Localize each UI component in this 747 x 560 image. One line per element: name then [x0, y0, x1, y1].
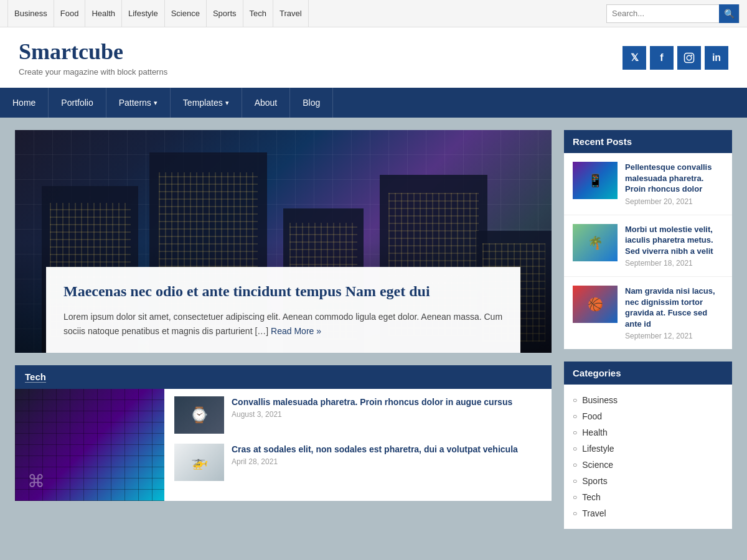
search-input[interactable] [607, 9, 719, 18]
category-item-tech: Tech [573, 489, 723, 505]
category-link-tech[interactable]: Tech [582, 492, 601, 502]
tech-article-title-0[interactable]: Convallis malesuada pharetra. Proin rhon… [232, 396, 512, 408]
nav-item-portfolio[interactable]: Portfolio [49, 88, 106, 118]
tech-section-header: Tech [15, 365, 552, 389]
tech-article-text-0: Convallis malesuada pharetra. Proin rhon… [232, 396, 512, 419]
social-icons: 𝕏 f in [622, 46, 728, 70]
linkedin-icon[interactable]: in [705, 46, 728, 70]
category-item-business: Business [573, 392, 723, 408]
chevron-down-icon: ▾ [154, 99, 157, 107]
recent-post-0: Pellentesque convallis malesuada pharetr… [564, 153, 732, 215]
top-categories: BusinessFoodHealthLifestyleScienceSports… [7, 0, 309, 27]
recent-post-date-0: September 20, 2021 [625, 197, 723, 206]
top-cat-sports[interactable]: Sports [207, 0, 243, 27]
header: Smartcube Create your magazine with bloc… [0, 27, 747, 88]
tech-thumb-drone [174, 444, 224, 481]
tech-header-link[interactable]: Tech [25, 371, 46, 383]
instagram-icon[interactable] [677, 46, 701, 70]
category-item-food: Food [573, 408, 723, 424]
recent-post-date-2: September 12, 2021 [625, 332, 723, 340]
category-item-lifestyle: Lifestyle [573, 441, 723, 457]
tech-content: Convallis malesuada pharetra. Proin rhon… [15, 389, 552, 501]
recent-post-text-1: Morbi ut molestie velit, iaculis pharetr… [625, 224, 723, 268]
top-cat-health[interactable]: Health [85, 0, 122, 27]
tech-article-date-1: April 28, 2021 [232, 457, 518, 466]
tech-featured-image [15, 389, 164, 501]
categories-list: BusinessFoodHealthLifestyleScienceSports… [564, 385, 732, 529]
hero-content: Maecenas nec odio et ante tincidunt temp… [46, 267, 520, 353]
recent-thumb-1 [573, 224, 618, 261]
svg-rect-0 [685, 53, 694, 62]
tech-article-text-1: Cras at sodales elit, non sodales est ph… [232, 444, 518, 466]
top-cat-tech[interactable]: Tech [243, 0, 273, 27]
top-cat-science[interactable]: Science [165, 0, 207, 27]
category-link-health[interactable]: Health [582, 427, 607, 437]
main-nav: HomePortfolioPatterns▾Templates▾AboutBlo… [0, 88, 747, 118]
nav-item-patterns[interactable]: Patterns▾ [106, 88, 171, 118]
recent-thumb-0 [573, 162, 618, 199]
site-branding: Smartcube Create your magazine with bloc… [19, 39, 167, 77]
main-content: Maecenas nec odio et ante tincidunt temp… [15, 130, 552, 541]
top-cat-travel[interactable]: Travel [273, 0, 309, 27]
recent-posts-box: Recent Posts Pellentesque convallis male… [564, 130, 732, 349]
search-button[interactable]: 🔍 [719, 4, 739, 23]
category-item-science: Science [573, 457, 723, 473]
hero-read-more-link[interactable]: Read More » [271, 326, 321, 336]
recent-post-text-0: Pellentesque convallis malesuada pharetr… [625, 162, 723, 206]
hero-article: Maecenas nec odio et ante tincidunt temp… [15, 130, 552, 353]
top-cat-lifestyle[interactable]: Lifestyle [122, 0, 165, 27]
category-link-lifestyle[interactable]: Lifestyle [582, 444, 614, 454]
tech-thumb-watch [174, 396, 224, 434]
tech-article-0: Convallis malesuada pharetra. Proin rhon… [174, 396, 542, 434]
category-link-science[interactable]: Science [582, 460, 613, 470]
category-item-sports: Sports [573, 473, 723, 489]
tech-article-title-1[interactable]: Cras at sodales elit, non sodales est ph… [232, 444, 518, 455]
recent-post-title-1[interactable]: Morbi ut molestie velit, iaculis pharetr… [625, 224, 723, 257]
tech-article-1: Cras at sodales elit, non sodales est ph… [174, 444, 542, 481]
category-link-travel[interactable]: Travel [582, 508, 606, 518]
nav-item-blog[interactable]: Blog [290, 88, 333, 118]
search-bar: 🔍 [606, 4, 740, 23]
recent-posts-list: Pellentesque convallis malesuada pharetr… [564, 153, 732, 349]
recent-post-title-0[interactable]: Pellentesque convallis malesuada pharetr… [625, 162, 723, 195]
recent-post-2: Nam gravida nisi lacus, nec dignissim to… [564, 277, 732, 349]
top-cat-business[interactable]: Business [7, 0, 54, 27]
hero-excerpt: Lorem ipsum dolor sit amet, consectetuer… [63, 310, 503, 338]
hero-title: Maecenas nec odio et ante tincidunt temp… [63, 282, 503, 301]
facebook-icon[interactable]: f [650, 46, 674, 70]
page-wrap: Maecenas nec odio et ante tincidunt temp… [6, 118, 741, 554]
tech-article-date-0: August 3, 2021 [232, 410, 512, 419]
tech-section: Tech Convallis malesuada pharetra. Proin… [15, 365, 552, 501]
category-link-food[interactable]: Food [582, 411, 602, 421]
category-link-business[interactable]: Business [582, 395, 618, 405]
recent-post-text-2: Nam gravida nisi lacus, nec dignissim to… [625, 286, 723, 340]
twitter-icon[interactable]: 𝕏 [622, 46, 646, 70]
recent-posts-header: Recent Posts [564, 130, 732, 153]
category-link-sports[interactable]: Sports [582, 476, 607, 486]
category-item-health: Health [573, 424, 723, 441]
top-bar: BusinessFoodHealthLifestyleScienceSports… [0, 0, 747, 27]
svg-point-1 [687, 55, 692, 60]
site-title: Smartcube [19, 39, 167, 65]
recent-thumb-2 [573, 286, 618, 323]
top-cat-food[interactable]: Food [54, 0, 86, 27]
categories-header: Categories [564, 362, 732, 385]
categories-box: Categories BusinessFoodHealthLifestyleSc… [564, 362, 732, 529]
sidebar: Recent Posts Pellentesque convallis male… [564, 130, 732, 541]
tech-articles: Convallis malesuada pharetra. Proin rhon… [164, 389, 552, 501]
recent-post-date-1: September 18, 2021 [625, 259, 723, 268]
nav-item-templates[interactable]: Templates▾ [171, 88, 242, 118]
recent-post-title-2[interactable]: Nam gravida nisi lacus, nec dignissim to… [625, 286, 723, 329]
recent-post-1: Morbi ut molestie velit, iaculis pharetr… [564, 215, 732, 278]
svg-point-2 [691, 54, 692, 55]
chevron-down-icon: ▾ [225, 99, 229, 107]
nav-item-home[interactable]: Home [0, 88, 49, 118]
nav-item-about[interactable]: About [242, 88, 291, 118]
site-tagline: Create your magazine with block patterns [19, 67, 167, 77]
category-item-travel: Travel [573, 505, 723, 521]
